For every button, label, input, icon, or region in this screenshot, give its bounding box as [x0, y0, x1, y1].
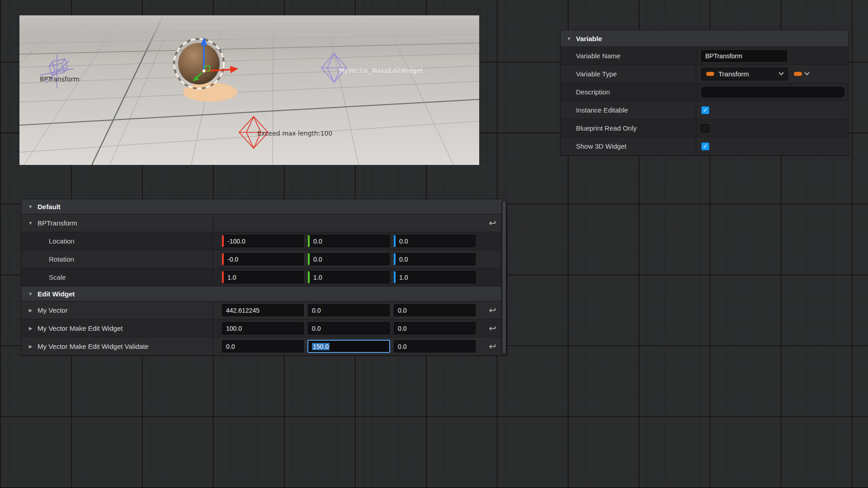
rotation-y-field[interactable]: 0.0	[308, 253, 390, 265]
container-type-pill-icon	[794, 72, 802, 76]
container-type-selector[interactable]	[794, 72, 809, 76]
scale-y-field[interactable]: 1.0	[308, 271, 390, 283]
expand-arrow-icon[interactable]: ▶	[28, 326, 33, 331]
location-y-field[interactable]: 0.0	[308, 235, 390, 247]
variable-name-row: Variable Name	[561, 47, 848, 65]
show-3d-widget-row: Show 3D Widget ✓	[561, 137, 848, 155]
scale-z-field[interactable]: 1.0	[394, 271, 476, 283]
variable-type-label: Variable Type	[576, 70, 617, 78]
scale-x-field[interactable]: 1.0	[222, 271, 304, 283]
show-3d-widget-label: Show 3D Widget	[576, 142, 627, 150]
instance-editable-label: Instance Editable	[576, 106, 628, 114]
description-label: Description	[576, 88, 610, 96]
collapse-arrow-icon: ▼	[28, 291, 33, 296]
default-category-header[interactable]: ▼ Default	[21, 199, 507, 214]
variable-type-value: Transform	[718, 70, 749, 78]
reset-to-default-button[interactable]: ↩	[489, 219, 496, 227]
description-input[interactable]	[701, 87, 844, 98]
location-label: Location	[49, 237, 75, 245]
reset-to-default-button[interactable]: ↩	[489, 324, 496, 333]
details-scrollbar[interactable]	[501, 200, 507, 355]
instance-editable-checkbox[interactable]: ✓	[701, 106, 709, 114]
blueprint-graph-background[interactable]: BPTransform MyV	[0, 0, 868, 488]
myvector-edit-widget-label: MyVector_MakeEditWidget	[339, 67, 423, 74]
transform-type-pill-icon	[706, 72, 714, 76]
bptransform-group-label: BPTransform	[38, 219, 77, 227]
distance-haze	[19, 15, 479, 52]
reset-to-default-button[interactable]: ↩	[489, 342, 496, 351]
my-vector-make-edit-widget-row: ▶ My Vector Make Edit Widget 100.0 0.0 0…	[21, 319, 507, 338]
sphere-mesh[interactable]	[178, 43, 220, 84]
location-row: Location -100.0 0.0 0.0	[21, 232, 507, 250]
default-category-title: Default	[38, 203, 61, 211]
rotation-z-field[interactable]: 0.0	[394, 253, 476, 265]
variable-type-row: Variable Type Transform	[561, 65, 848, 83]
validate-warning-label: Exceed max length:100	[257, 130, 332, 137]
variable-category-title: Variable	[576, 35, 602, 42]
location-x-field[interactable]: -100.0	[222, 235, 304, 247]
variable-name-input[interactable]	[701, 50, 787, 62]
checkmark-icon: ✓	[703, 143, 708, 149]
my-vector-y-field[interactable]: 0.0	[308, 304, 390, 316]
collapse-arrow-icon: ▼	[28, 221, 33, 225]
edit-widget-category-title: Edit Widget	[38, 290, 75, 298]
validate-y-field-focused[interactable]: 150.0	[308, 340, 390, 352]
description-row: Description	[561, 83, 848, 101]
reset-to-default-button[interactable]: ↩	[489, 306, 496, 314]
bptransform-widget-label: BPTransform	[40, 75, 80, 83]
my-vector-make-edit-widget-validate-label: My Vector Make Edit Widget Validate	[38, 343, 149, 350]
validate-x-field[interactable]: 0.0	[222, 340, 304, 352]
show-3d-widget-checkbox[interactable]: ✓	[701, 142, 709, 150]
expand-arrow-icon[interactable]: ▶	[28, 344, 33, 349]
my-vector-label: My Vector	[38, 306, 68, 314]
my-vector-make-edit-widget-x-field[interactable]: 100.0	[222, 322, 304, 334]
validate-z-field[interactable]: 0.0	[394, 340, 476, 352]
location-z-field[interactable]: 0.0	[394, 235, 476, 247]
3d-viewport-canvas[interactable]: BPTransform MyV	[19, 15, 479, 165]
collapse-arrow-icon: ▼	[28, 204, 33, 209]
blueprint-read-only-label: Blueprint Read Only	[576, 124, 637, 132]
my-vector-make-edit-widget-z-field[interactable]: 0.0	[394, 322, 476, 334]
rotation-row: Rotation -0.0 0.0 0.0	[21, 250, 507, 268]
rotation-x-field[interactable]: -0.0	[222, 253, 304, 265]
my-vector-x-field[interactable]: 442.612245	[222, 304, 304, 316]
gizmo-origin-dot	[203, 70, 206, 73]
scale-label: Scale	[49, 273, 66, 281]
my-vector-make-edit-widget-label: My Vector Make Edit Widget	[38, 324, 123, 332]
variable-details-panel: ▼ Variable Variable Name Variable Type T…	[561, 30, 848, 155]
variable-name-label: Variable Name	[576, 52, 620, 60]
chevron-down-icon	[804, 70, 809, 75]
scale-row: Scale 1.0 1.0 1.0	[21, 268, 507, 286]
checkmark-icon: ✓	[703, 107, 708, 113]
variable-category-header[interactable]: ▼ Variable	[561, 30, 848, 47]
rotation-label: Rotation	[49, 255, 74, 263]
variable-type-dropdown[interactable]: Transform	[701, 68, 788, 80]
collapse-arrow-icon: ▼	[566, 36, 572, 41]
viewport-preview[interactable]: BPTransform MyV	[19, 15, 479, 165]
chevron-down-icon	[778, 70, 783, 75]
blueprint-defaults-panel: ▼ Default ▼ BPTransform ↩ Location -100.…	[21, 199, 507, 356]
my-vector-make-edit-widget-validate-row: ▶ My Vector Make Edit Widget Validate 0.…	[21, 338, 507, 356]
edit-widget-category-header[interactable]: ▼ Edit Widget	[21, 286, 507, 301]
scrollbar-thumb[interactable]	[502, 201, 506, 354]
blueprint-read-only-checkbox[interactable]: ✓	[701, 124, 709, 132]
bptransform-group-row[interactable]: ▼ BPTransform ↩	[21, 214, 507, 232]
instance-editable-row: Instance Editable ✓	[561, 101, 848, 119]
blueprint-read-only-row: Blueprint Read Only ✓	[561, 119, 848, 137]
my-vector-row: ▶ My Vector 442.612245 0.0 0.0 ↩	[21, 301, 507, 319]
my-vector-make-edit-widget-y-field[interactable]: 0.0	[308, 322, 390, 334]
expand-arrow-icon[interactable]: ▶	[28, 308, 33, 313]
my-vector-z-field[interactable]: 0.0	[394, 304, 476, 316]
